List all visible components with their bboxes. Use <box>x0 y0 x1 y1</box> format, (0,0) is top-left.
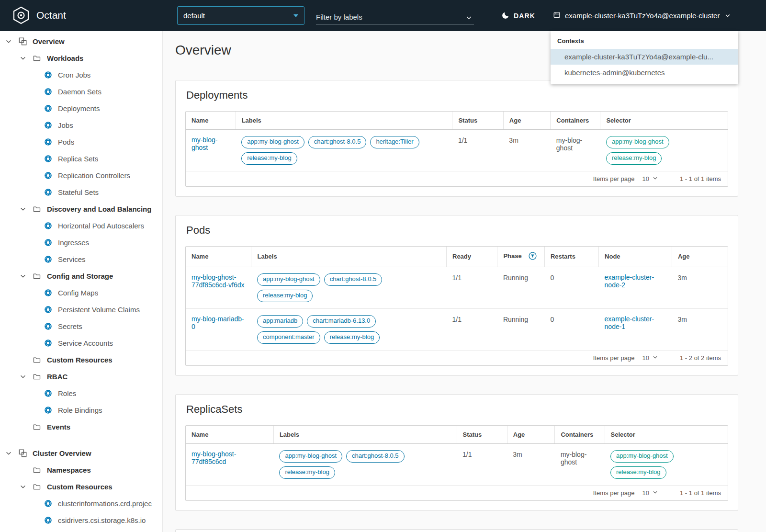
sidebar-item-ingresses[interactable]: Ingresses <box>0 234 162 251</box>
sidebar-item-roles[interactable]: Roles <box>0 385 162 402</box>
resource-link[interactable]: example-cluster-node-2 <box>605 273 654 289</box>
column-header-restarts[interactable]: Restarts <box>544 247 598 267</box>
cell-containers: my-blog-ghost <box>551 130 600 171</box>
items-per-page-select[interactable]: 10 <box>642 489 658 497</box>
context-dropdown-list: example-cluster-ka3TuTzYo4a@example-clu.… <box>551 49 738 80</box>
context-selector-label: example-cluster-ka3TuTzYo4a@example-clus… <box>565 11 720 20</box>
sidebar-item-daemon-sets[interactable]: Daemon Sets <box>0 83 162 100</box>
resource-link[interactable]: my-blog-ghost <box>192 136 217 151</box>
resource-icon <box>44 289 53 297</box>
page-range: 1 - 2 of 2 items <box>680 354 721 362</box>
column-header-labels[interactable]: Labels <box>251 247 447 267</box>
column-header-label: Labels <box>257 253 277 260</box>
chevron-down-icon[interactable] <box>20 374 26 380</box>
resource-link[interactable]: my-blog-ghost-77df85c6cd-vf6dx <box>192 273 245 289</box>
column-header-node[interactable]: Node <box>599 247 672 267</box>
column-header-labels[interactable]: Labels <box>273 426 457 444</box>
filter-icon[interactable] <box>529 252 537 261</box>
resource-link[interactable]: example-cluster-node-1 <box>605 315 654 330</box>
cell-status: 1/1 <box>457 443 507 485</box>
chevron-down-icon[interactable] <box>6 451 12 456</box>
sidebar-item-csidrivers-csi-storage-k8s-io[interactable]: csidrivers.csi.storage.k8s.io <box>0 512 162 529</box>
sidebar-item-stateful-sets[interactable]: Stateful Sets <box>0 184 162 201</box>
sidebar-item-label: Config Maps <box>58 289 98 297</box>
sidebar-item-events[interactable]: Events <box>0 419 162 435</box>
label-filter[interactable] <box>316 7 474 24</box>
cell-value: 1/1 <box>458 136 467 144</box>
sidebar-item-services[interactable]: Services <box>0 251 162 268</box>
cell-value: Running <box>503 273 528 282</box>
sidebar-item-clusterinformations-crd-projec[interactable]: clusterinformations.crd.projec <box>0 495 162 512</box>
cell-labels: app:my-blog-ghostchart:ghost-8.0.5herita… <box>236 130 452 171</box>
column-header-status[interactable]: Status <box>457 426 507 444</box>
column-header-age[interactable]: Age <box>672 247 728 267</box>
chevron-down-icon[interactable] <box>20 484 26 490</box>
column-header-name[interactable]: Name <box>186 112 236 130</box>
sidebar-item-discovery-and-load-balancing[interactable]: Discovery and Load Balancing <box>0 201 162 217</box>
folder-icon <box>33 373 42 381</box>
sidebar-item-cluster-overview[interactable]: Cluster Overview <box>0 445 162 462</box>
cell-value: my-blog-ghost <box>561 450 599 466</box>
chevron-down-icon[interactable] <box>6 39 12 45</box>
sidebar-item-service-accounts[interactable]: Service Accounts <box>0 335 162 351</box>
label-filter-input[interactable] <box>316 13 462 21</box>
sidebar-item-overview[interactable]: Overview <box>0 33 162 50</box>
column-header-selector[interactable]: Selector <box>605 426 728 444</box>
cell-node: example-cluster-node-2 <box>599 267 672 308</box>
sidebar-item-secrets[interactable]: Secrets <box>0 318 162 335</box>
sidebar-item-persistent-volume-claims[interactable]: Persistent Volume Claims <box>0 301 162 318</box>
column-header-age[interactable]: Age <box>507 426 555 444</box>
resource-link[interactable]: my-blog-ghost-77df85c6cd <box>192 450 236 465</box>
sidebar-item-custom-resources[interactable]: Custom Resources <box>0 478 162 495</box>
column-header-label: Phase <box>503 252 521 260</box>
column-header-age[interactable]: Age <box>503 112 550 130</box>
column-header-name[interactable]: Name <box>186 247 251 267</box>
chevron-down-icon[interactable] <box>466 15 472 21</box>
sidebar-item-workloads[interactable]: Workloads <box>0 50 162 67</box>
label-tag: release:my-blog <box>257 290 313 302</box>
sidebar-item-role-bindings[interactable]: Role Bindings <box>0 402 162 419</box>
context-option[interactable]: example-cluster-ka3TuTzYo4a@example-clu.… <box>551 49 738 65</box>
context-option[interactable]: kubernetes-admin@kubernetes <box>551 65 738 80</box>
sidebar-item-rbac[interactable]: RBAC <box>0 368 162 385</box>
sidebar-item-replica-sets[interactable]: Replica Sets <box>0 150 162 167</box>
column-header-labels[interactable]: Labels <box>236 112 452 130</box>
column-header-name[interactable]: Name <box>186 426 273 444</box>
resource-icon <box>44 71 53 79</box>
sidebar-item-namespaces[interactable]: Namespaces <box>0 462 162 478</box>
items-per-page-select[interactable]: 10 <box>642 354 658 362</box>
column-header-ready[interactable]: Ready <box>447 247 497 267</box>
context-selector[interactable]: example-cluster-ka3TuTzYo4a@example-clus… <box>553 0 731 31</box>
sidebar-item-config-maps[interactable]: Config Maps <box>0 284 162 301</box>
sidebar-item-custom-resources[interactable]: Custom Resources <box>0 351 162 368</box>
items-per-page-select[interactable]: 10 <box>642 175 658 182</box>
sidebar-item-deployments[interactable]: Deployments <box>0 100 162 117</box>
card-replicasets: ReplicaSetsNameLabelsStatusAgeContainers… <box>175 394 738 511</box>
column-header-containers[interactable]: Containers <box>555 426 605 444</box>
sidebar-item-label: Events <box>47 423 70 431</box>
chevron-down-icon[interactable] <box>20 56 26 61</box>
cell-value: Running <box>503 315 528 323</box>
table-row: my-blog-ghost-77df85c6cd-vf6dxapp:my-blo… <box>186 267 728 308</box>
column-header-label: Containers <box>556 117 589 124</box>
column-header-selector[interactable]: Selector <box>600 112 728 130</box>
column-header-containers[interactable]: Containers <box>551 112 600 130</box>
namespace-select[interactable]: default <box>177 6 304 25</box>
pagination-footer: Items per page101 - 1 of 1 items <box>186 485 728 500</box>
sidebar-item-replication-controllers[interactable]: Replication Controllers <box>0 167 162 184</box>
sidebar-item-cron-jobs[interactable]: Cron Jobs <box>0 67 162 83</box>
resource-link[interactable]: my-blog-mariadb-0 <box>192 315 244 330</box>
folder-icon <box>33 423 42 431</box>
column-header-status[interactable]: Status <box>452 112 503 130</box>
cell-age: 3m <box>507 443 555 485</box>
column-header-phase[interactable]: Phase <box>497 247 544 267</box>
sidebar-item-config-and-storage[interactable]: Config and Storage <box>0 268 162 284</box>
chevron-down-icon[interactable] <box>20 273 26 279</box>
theme-toggle[interactable]: DARK <box>502 0 535 31</box>
sidebar-item-jobs[interactable]: Jobs <box>0 117 162 134</box>
table-row: my-blog-ghostapp:my-blog-ghostchart:ghos… <box>186 130 728 171</box>
sidebar-item-horizontal-pod-autoscalers[interactable]: Horizontal Pod Autoscalers <box>0 217 162 234</box>
label-tag: app:my-blog-ghost <box>257 273 320 286</box>
sidebar-item-pods[interactable]: Pods <box>0 134 162 150</box>
chevron-down-icon[interactable] <box>20 206 26 212</box>
